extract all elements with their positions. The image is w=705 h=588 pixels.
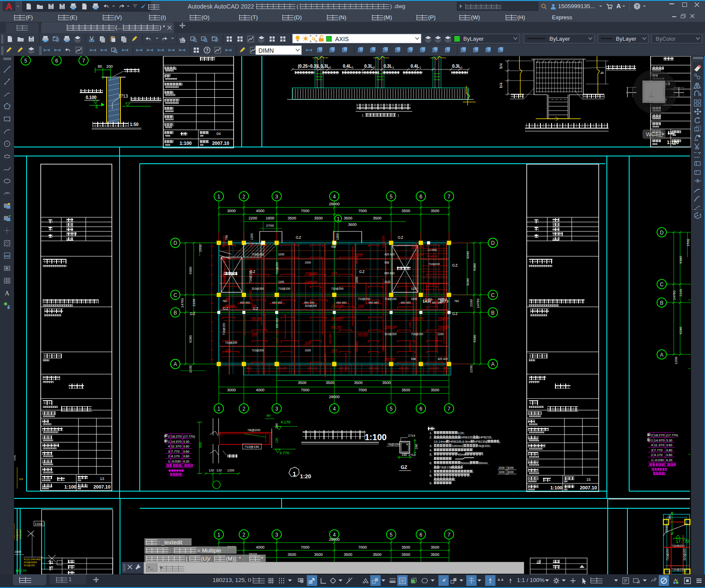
svg-text:716@150: 716@150 (411, 245, 423, 248)
svg-text:1:100: 1:100 (550, 485, 562, 490)
svg-text:1200: 1200 (336, 233, 339, 240)
svg-text:1120: 1120 (331, 349, 337, 352)
svg-text:1000: 1000 (276, 337, 279, 344)
svg-text:6.: 6. (429, 461, 432, 465)
svg-text:3500: 3500 (431, 552, 439, 557)
svg-text:1800: 1800 (266, 216, 274, 220)
svg-text:11.370: 11.370 (654, 443, 664, 447)
svg-text:2100: 2100 (679, 289, 683, 297)
svg-text::: : (435, 427, 436, 431)
svg-text:650 650: 650 650 (240, 301, 250, 304)
svg-text:3500: 3500 (326, 381, 334, 385)
svg-text:3000: 3000 (227, 209, 236, 213)
svg-text:420 420: 420 420 (276, 367, 287, 370)
svg-text:0.4L: 0.4L (343, 64, 351, 69)
svg-text:1: 1 (461, 66, 462, 69)
svg-text:WCS: WCS (646, 131, 659, 138)
svg-text:3: 3 (275, 194, 278, 200)
svg-text:6: 6 (420, 532, 423, 538)
svg-text:,: , (470, 474, 471, 477)
svg-text:0.3L: 0.3L (321, 64, 329, 69)
svg-text:1200: 1200 (469, 365, 473, 373)
svg-text:1000: 1000 (507, 466, 514, 469)
svg-text:0.3L: 0.3L (384, 64, 392, 69)
svg-text:13: 13 (100, 477, 104, 481)
svg-text:650 650: 650 650 (272, 301, 282, 304)
svg-text:530: 530 (246, 367, 251, 370)
svg-text:6280: 6280 (473, 335, 477, 342)
svg-text:XL(2)-240x300: XL(2)-240x300 (14, 523, 15, 540)
svg-text:;: ; (455, 477, 456, 481)
svg-text:);: ); (498, 440, 501, 444)
svg-text:3500: 3500 (402, 209, 410, 213)
svg-text:3500: 3500 (298, 381, 306, 385)
svg-text:C: C (491, 292, 495, 298)
svg-text:240: 240 (414, 444, 418, 449)
svg-text:11.370: 11.370 (171, 444, 181, 448)
svg-text:1: 1 (337, 216, 340, 222)
svg-text:60: 60 (95, 105, 99, 108)
svg-text:0.3L: 0.3L (364, 64, 373, 69)
svg-text:80: 80 (98, 64, 102, 69)
svg-text:3: 3 (651, 448, 653, 452)
svg-text:1000: 1000 (305, 261, 311, 264)
svg-text:710@200: 710@200 (305, 280, 317, 283)
svg-text:1500: 1500 (686, 239, 690, 246)
svg-text:7: 7 (447, 406, 450, 412)
svg-text:530: 530 (444, 367, 448, 370)
svg-text:2: 2 (651, 433, 653, 437)
svg-text:310@200: 310@200 (384, 333, 397, 336)
svg-text:100mm;: 100mm; (452, 444, 463, 448)
svg-text:1:100: 1:100 (180, 141, 192, 146)
svg-text:3.: 3. (429, 444, 432, 448)
svg-text:3500: 3500 (288, 552, 296, 557)
svg-text:4: 4 (333, 406, 336, 412)
svg-text:710@200: 710@200 (438, 325, 450, 328)
svg-text:2100: 2100 (192, 299, 196, 306)
svg-text:310@200/6: 310@200/6 (24, 561, 37, 564)
svg-text:A: A (5, 290, 9, 297)
svg-text:310@200: 310@200 (411, 253, 423, 256)
svg-text:3500: 3500 (344, 552, 352, 557)
svg-text:9.: 9. (429, 481, 432, 485)
svg-text:XL(2)-240x400: XL(2)-240x400 (24, 558, 41, 561)
svg-text:1000: 1000 (355, 276, 358, 283)
svg-text:3500: 3500 (431, 209, 439, 213)
svg-text:2: 2 (243, 532, 246, 538)
svg-text:3: 3 (168, 450, 170, 453)
svg-text:710@200: 710@200 (276, 262, 279, 274)
svg-text:650 650: 650 650 (401, 301, 411, 304)
svg-text:1000: 1000 (249, 241, 252, 248)
svg-text:650 650: 650 650 (225, 304, 235, 307)
svg-text:3500: 3500 (373, 216, 381, 220)
svg-text:2007.10: 2007.10 (93, 484, 111, 489)
svg-text:310@200: 310@200 (683, 548, 686, 561)
svg-text:1120: 1120 (276, 329, 279, 335)
svg-text:3000: 3000 (227, 388, 236, 392)
svg-text:14760: 14760 (672, 290, 676, 300)
svg-text:14.970: 14.970 (654, 438, 665, 442)
svg-text:?8@200: ?8@200 (247, 428, 261, 432)
svg-text:1: 1 (168, 440, 170, 444)
svg-text:04: 04 (216, 132, 221, 136)
svg-text:18: 18 (15, 569, 19, 573)
svg-text:710@200: 710@200 (666, 548, 669, 561)
svg-text:1100: 1100 (408, 322, 411, 328)
svg-text:0.4L: 0.4L (411, 64, 419, 69)
svg-text:3500: 3500 (431, 388, 439, 392)
svg-text:2.: 2. (429, 435, 432, 439)
svg-text:5: 5 (390, 194, 393, 200)
svg-text:1100: 1100 (278, 280, 284, 283)
svg-text:(-0.480): (-0.480) (423, 298, 432, 300)
svg-text:5: 5 (24, 58, 27, 64)
svg-text:A: A (491, 361, 495, 367)
svg-text:18.270: 18.270 (171, 435, 182, 438)
svg-text:2: 2 (168, 454, 170, 458)
svg-text:170: 170 (21, 569, 27, 573)
svg-text:3.30: 3.30 (183, 440, 189, 444)
svg-text:310@200: 310@200 (382, 235, 385, 248)
svg-text:2200: 2200 (249, 216, 257, 220)
svg-text:2007.10: 2007.10 (212, 141, 229, 146)
svg-text:1: 1 (651, 438, 653, 442)
svg-text:C: C (660, 282, 664, 288)
